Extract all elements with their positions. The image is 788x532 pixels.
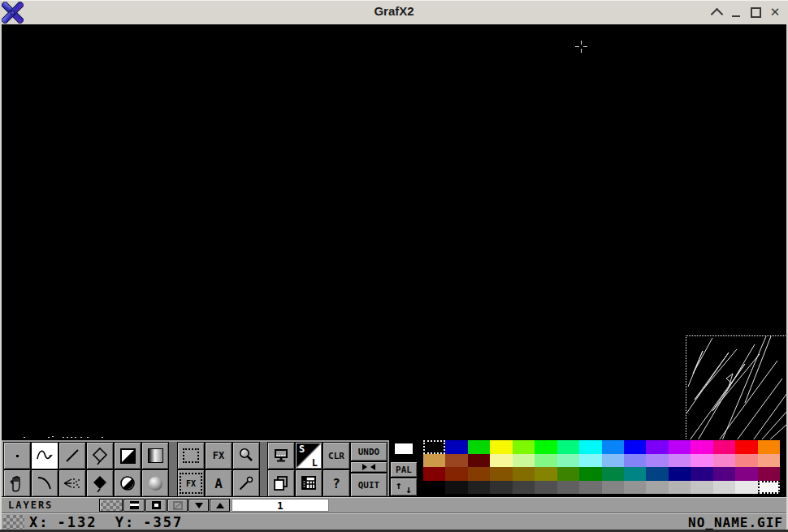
palette-swatch[interactable]	[513, 467, 535, 481]
palette-swatch[interactable]	[713, 467, 735, 481]
tool-line[interactable]	[58, 442, 86, 469]
tool-gradient-rectangle[interactable]	[141, 442, 169, 469]
tool-polygon-outline[interactable]	[86, 442, 114, 469]
tool-polygon-fill[interactable]	[86, 469, 114, 497]
palette-swatch[interactable]	[646, 454, 668, 468]
palette-swatch[interactable]	[490, 440, 512, 454]
palette-swatch[interactable]	[758, 440, 780, 454]
palette-swatch[interactable]	[735, 440, 757, 454]
palette-swatch[interactable]	[602, 481, 624, 495]
palette-swatch[interactable]	[646, 467, 668, 481]
palette-swatch[interactable]	[490, 481, 512, 495]
palette-swatch[interactable]	[535, 481, 556, 495]
save-load-button[interactable]: S L	[295, 442, 323, 469]
tool-pan[interactable]	[3, 469, 31, 497]
palette-scroll-button[interactable]: ↑ ↓	[390, 478, 418, 496]
tool-pipette[interactable]	[232, 469, 260, 497]
palette-swatch[interactable]	[535, 467, 556, 481]
palette-swatch[interactable]	[513, 481, 535, 495]
minimize-button[interactable]	[726, 0, 746, 24]
palette-swatch[interactable]	[735, 467, 757, 481]
palette-swatch[interactable]	[423, 481, 445, 495]
palette-swatch[interactable]	[468, 481, 490, 495]
tool-filled-rectangle[interactable]	[114, 442, 141, 469]
layer-down-button[interactable]	[188, 499, 209, 512]
screen-mode-button[interactable]	[267, 442, 295, 469]
palette-swatch[interactable]	[445, 481, 467, 495]
palette-swatch[interactable]	[423, 467, 445, 481]
palette-swatch[interactable]	[490, 467, 512, 481]
palette-swatch[interactable]	[624, 440, 646, 454]
palette-swatch[interactable]	[735, 481, 757, 495]
tool-text[interactable]: A	[205, 469, 232, 497]
maximize-button[interactable]	[746, 0, 765, 24]
palette-swatch[interactable]	[579, 454, 601, 468]
spare-page-button[interactable]	[267, 469, 295, 497]
clear-button[interactable]: CLR	[323, 442, 350, 469]
palette-swatch[interactable]	[758, 467, 780, 481]
current-layer-field[interactable]: 1	[232, 499, 329, 512]
palette-swatch[interactable]	[691, 467, 712, 481]
palette-swatch[interactable]	[468, 440, 490, 454]
layer-up-button[interactable]	[210, 499, 230, 512]
tool-dot[interactable]	[3, 442, 31, 469]
add-layer-button[interactable]	[145, 499, 167, 512]
palette-swatch[interactable]	[758, 454, 780, 468]
drawing-canvas[interactable]	[2, 24, 786, 439]
palette-swatch[interactable]	[713, 440, 735, 454]
tool-curve[interactable]	[31, 469, 58, 497]
palette-swatch[interactable]	[758, 481, 780, 495]
palette-swatch[interactable]	[423, 440, 445, 454]
titlebar[interactable]: GrafX2 ✕	[0, 0, 788, 25]
palette-swatch[interactable]	[669, 481, 691, 495]
palette-swatch[interactable]	[423, 454, 445, 468]
palette-swatch[interactable]	[445, 454, 467, 468]
palette-swatch[interactable]	[535, 454, 556, 468]
palette-swatch[interactable]	[468, 454, 490, 468]
grid-button[interactable]	[295, 469, 323, 497]
merge-layer-button[interactable]	[123, 499, 145, 512]
palette-swatch[interactable]	[735, 454, 757, 468]
palette-swatch[interactable]	[490, 454, 512, 468]
palette-swatch[interactable]	[691, 481, 712, 495]
palette-swatch[interactable]	[669, 454, 691, 468]
kill-button[interactable]	[350, 461, 388, 473]
shade-button[interactable]	[707, 0, 726, 24]
palette-button[interactable]: PAL	[390, 461, 418, 478]
palette-swatch[interactable]	[669, 440, 691, 454]
palette-swatch[interactable]	[691, 454, 712, 468]
help-button[interactable]: ?	[323, 469, 350, 497]
palette-swatch[interactable]	[557, 440, 579, 454]
palette-swatch[interactable]	[535, 440, 556, 454]
layer-transparency-button[interactable]	[99, 499, 123, 512]
palette-swatch[interactable]	[602, 440, 624, 454]
palette-swatch[interactable]	[579, 467, 601, 481]
palette-swatch[interactable]	[513, 454, 535, 468]
tool-spray[interactable]	[58, 469, 86, 497]
delete-layer-button[interactable]	[167, 499, 188, 512]
palette-swatch[interactable]	[691, 440, 712, 454]
palette-swatch[interactable]	[713, 454, 735, 468]
palette-swatch[interactable]	[624, 454, 646, 468]
palette-swatch[interactable]	[557, 467, 579, 481]
palette-swatch[interactable]	[624, 481, 646, 495]
palette-swatch[interactable]	[646, 440, 668, 454]
palette-swatch[interactable]	[602, 454, 624, 468]
palette-swatch[interactable]	[579, 481, 601, 495]
foreground-color-preview[interactable]	[390, 441, 418, 460]
palette-swatch[interactable]	[445, 440, 467, 454]
palette-swatch[interactable]	[468, 467, 490, 481]
palette-swatch[interactable]	[624, 467, 646, 481]
tool-zoom[interactable]	[232, 442, 260, 469]
undo-button[interactable]: UNDO	[350, 442, 388, 461]
tool-brush-effects[interactable]: FX	[177, 469, 205, 497]
palette-swatch[interactable]	[669, 467, 691, 481]
palette-swatch[interactable]	[713, 481, 735, 495]
close-button[interactable]: ✕	[765, 0, 785, 24]
tool-filled-circle[interactable]	[114, 469, 141, 497]
palette-swatch[interactable]	[579, 440, 601, 454]
selection-marquee[interactable]	[686, 335, 786, 439]
quit-button[interactable]: QUIT	[350, 473, 388, 497]
palette-swatch[interactable]	[602, 467, 624, 481]
palette-swatch[interactable]	[445, 467, 467, 481]
